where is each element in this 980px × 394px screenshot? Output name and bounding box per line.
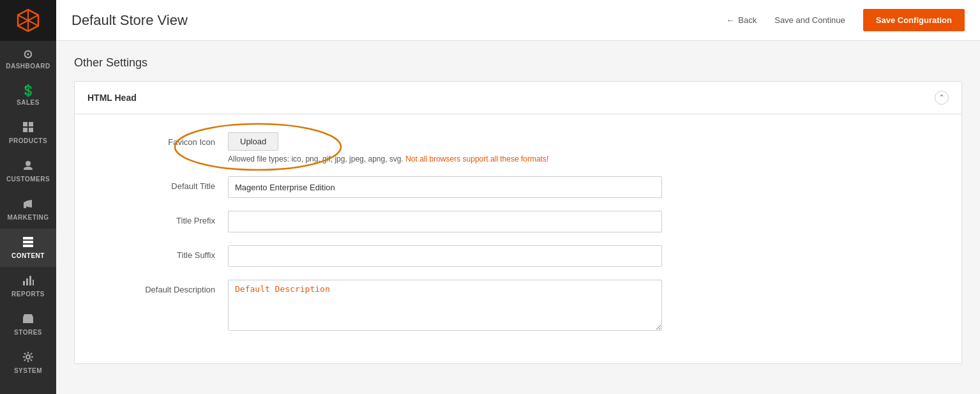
favicon-row: Favicon Icon Upload Allowed file types: … [100,132,949,163]
svg-rect-12 [33,280,34,285]
title-suffix-control [228,245,662,267]
title-suffix-input[interactable] [228,245,662,267]
content-icon [22,236,34,250]
sidebar-item-label: REPORTS [11,291,45,298]
favicon-label: Favicon Icon [100,132,228,147]
main-content: Default Store View ← Back Save and Conti… [56,0,980,394]
stores-icon [22,313,34,326]
svg-rect-9 [23,281,25,285]
default-description-textarea[interactable] [228,280,662,331]
back-button[interactable]: ← Back [726,15,757,25]
default-description-control [228,280,662,333]
svg-rect-0 [23,122,27,126]
svg-rect-8 [23,245,33,247]
section-title: Other Settings [74,56,962,70]
sidebar-item-content[interactable]: CONTENT [0,229,56,267]
svg-rect-10 [26,278,28,285]
products-icon [22,121,34,135]
card-header[interactable]: HTML Head ⌃ [75,82,961,114]
title-prefix-input[interactable] [228,211,662,232]
sidebar-item-sales[interactable]: 💲 SALES [0,77,56,114]
title-prefix-label: Title Prefix [100,211,228,225]
upload-area: Upload [228,132,278,151]
svg-point-4 [26,161,31,166]
card-title: HTML Head [87,93,137,103]
upload-note: Allowed file types: ico, png, gif, jpg, … [228,155,662,163]
marketing-icon [22,198,34,211]
sidebar-item-reports[interactable]: REPORTS [0,267,56,305]
sidebar-item-customers[interactable]: CUSTOMERS [0,152,56,190]
sales-icon: 💲 [21,85,36,96]
save-configuration-button[interactable]: Save Configuration [863,9,965,31]
favicon-control: Upload Allowed file types: ico, png, gif… [228,132,662,163]
sidebar-item-stores[interactable]: STORES [0,305,56,344]
page-title: Default Store View [72,12,716,29]
svg-point-15 [26,355,30,359]
sidebar-item-marketing[interactable]: MARKETING [0,190,56,229]
title-prefix-control [228,211,662,232]
title-prefix-row: Title Prefix [100,211,949,232]
header: Default Store View ← Back Save and Conti… [56,0,980,41]
svg-rect-1 [29,122,33,126]
dashboard-icon: ⊙ [23,49,33,60]
sidebar-item-label: CONTENT [11,252,45,259]
sidebar-item-label: STORES [14,329,42,336]
sidebar-item-label: DASHBOARD [6,63,50,70]
chevron-up-icon: ⌃ [939,93,945,102]
sidebar-item-dashboard[interactable]: ⊙ DASHBOARD [0,41,56,77]
svg-rect-14 [26,319,30,323]
save-continue-button[interactable]: Save and Continue [767,10,853,30]
title-suffix-row: Title Suffix [100,245,949,267]
page-body: Other Settings HTML Head ⌃ Favicon Icon [56,41,980,394]
title-suffix-label: Title Suffix [100,245,228,260]
sidebar-item-system[interactable]: SYSTEM [0,344,56,382]
back-arrow-icon: ← [726,15,734,25]
sidebar-item-label: PRODUCTS [9,137,47,144]
sidebar-item-label: SALES [17,99,40,106]
customers-icon [22,160,34,173]
svg-rect-7 [23,241,33,243]
sidebar-item-products[interactable]: PRODUCTS [0,114,56,152]
svg-rect-5 [24,205,26,208]
upload-button[interactable]: Upload [228,132,278,151]
default-title-input[interactable] [228,176,662,198]
upload-warning-text: Not all browsers support all these forma… [405,155,548,163]
svg-rect-2 [23,128,27,132]
html-head-card: HTML Head ⌃ Favicon Icon Upload [74,81,962,364]
system-icon [22,351,34,365]
default-title-control [228,176,662,198]
default-title-row: Default Title [100,176,949,198]
logo[interactable] [0,0,56,41]
collapse-icon[interactable]: ⌃ [935,91,949,105]
upload-note-text: Allowed file types: ico, png, gif, jpg, … [228,155,403,163]
sidebar-item-label: CUSTOMERS [6,176,50,183]
default-description-row: Default Description [100,280,949,333]
default-description-label: Default Description [100,280,228,294]
sidebar-item-label: MARKETING [7,214,49,221]
reports-icon [22,275,34,288]
svg-rect-3 [29,128,33,132]
default-title-label: Default Title [100,176,228,191]
sidebar-item-label: SYSTEM [14,367,42,374]
svg-rect-11 [29,276,31,285]
svg-rect-6 [23,237,33,239]
card-body: Favicon Icon Upload Allowed file types: … [75,114,961,363]
sidebar: ⊙ DASHBOARD 💲 SALES PRODUCTS CUSTOMERS M… [0,0,56,394]
